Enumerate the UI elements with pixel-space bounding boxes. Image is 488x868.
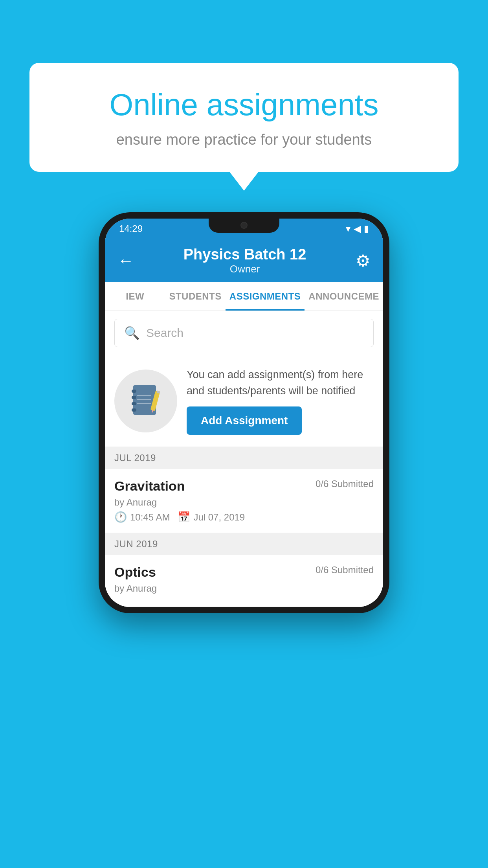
app-bar-title: Physics Batch 12 [134, 246, 356, 263]
app-bar-subtitle: Owner [134, 263, 356, 275]
assignment-name-gravitation: Gravitation [114, 478, 185, 494]
battery-icon: ▮ [364, 223, 369, 234]
promo-text: You can add assignment(s) from here and … [187, 367, 374, 435]
svg-rect-4 [132, 408, 136, 412]
assignment-row1-optics: Optics 0/6 Submitted [114, 565, 374, 580]
app-bar: ← Physics Batch 12 Owner ⚙ [105, 239, 383, 282]
phone-wrapper: 14:29 ▾ ◀ ▮ ← Physics Batch 12 Owner ⚙ I… [99, 212, 389, 613]
svg-rect-2 [132, 396, 136, 399]
svg-rect-1 [132, 390, 136, 393]
promo-description: You can add assignment(s) from here and … [187, 367, 374, 399]
speech-bubble: Online assignments ensure more practice … [29, 63, 459, 172]
assignment-item-optics[interactable]: Optics 0/6 Submitted by Anurag [105, 555, 383, 607]
assignment-submitted-optics: 0/6 Submitted [316, 565, 374, 576]
assignment-name-optics: Optics [114, 565, 156, 580]
notebook-icon [130, 383, 161, 419]
speech-bubble-container: Online assignments ensure more practice … [29, 63, 459, 172]
tab-iew[interactable]: IEW [105, 282, 165, 311]
phone-screen: 14:29 ▾ ◀ ▮ ← Physics Batch 12 Owner ⚙ I… [105, 219, 383, 607]
search-input[interactable]: Search [146, 326, 183, 340]
status-time: 14:29 [119, 223, 143, 234]
svg-rect-7 [137, 403, 151, 404]
svg-rect-5 [137, 395, 151, 396]
signal-icon: ◀ [354, 223, 361, 234]
assignment-meta-gravitation: 🕐 10:45 AM 📅 Jul 07, 2019 [114, 511, 374, 523]
search-box[interactable]: 🔍 Search [114, 319, 374, 347]
assignment-time-value: 10:45 AM [130, 512, 170, 523]
tab-students[interactable]: STUDENTS [165, 282, 225, 311]
status-icons: ▾ ◀ ▮ [346, 223, 369, 234]
calendar-icon: 📅 [178, 511, 190, 523]
clock-icon: 🕐 [114, 511, 127, 523]
add-assignment-button[interactable]: Add Assignment [187, 406, 302, 435]
app-bar-center: Physics Batch 12 Owner [134, 246, 356, 275]
tabs-bar: IEW STUDENTS ASSIGNMENTS ANNOUNCEME [105, 282, 383, 311]
phone-notch [209, 219, 279, 233]
assignment-time: 🕐 10:45 AM [114, 511, 170, 523]
promo-icon-circle [114, 370, 177, 432]
speech-bubble-title: Online assignments [57, 86, 431, 123]
phone-frame: 14:29 ▾ ◀ ▮ ← Physics Batch 12 Owner ⚙ I… [99, 212, 389, 613]
assignment-by-optics: by Anurag [114, 583, 374, 594]
svg-rect-6 [137, 399, 151, 400]
assignment-item-gravitation[interactable]: Gravitation 0/6 Submitted by Anurag 🕐 10… [105, 469, 383, 533]
svg-rect-3 [132, 402, 136, 405]
assignment-date: 📅 Jul 07, 2019 [178, 511, 245, 523]
phone-camera [240, 222, 248, 229]
speech-bubble-subtitle: ensure more practice for your students [57, 131, 431, 148]
search-container: 🔍 Search [105, 311, 383, 355]
section-header-jun: JUN 2019 [105, 533, 383, 555]
assignment-row1: Gravitation 0/6 Submitted [114, 478, 374, 494]
assignment-submitted-gravitation: 0/6 Submitted [316, 478, 374, 489]
section-header-jul: JUL 2019 [105, 447, 383, 469]
assignment-by-gravitation: by Anurag [114, 497, 374, 508]
wifi-icon: ▾ [346, 223, 350, 234]
tab-announcements[interactable]: ANNOUNCEME [305, 282, 383, 311]
assignment-date-value: Jul 07, 2019 [193, 512, 245, 523]
settings-button[interactable]: ⚙ [356, 251, 371, 270]
promo-section: You can add assignment(s) from here and … [105, 355, 383, 447]
tab-assignments[interactable]: ASSIGNMENTS [226, 282, 305, 311]
back-button[interactable]: ← [117, 251, 134, 270]
search-icon: 🔍 [124, 326, 140, 340]
